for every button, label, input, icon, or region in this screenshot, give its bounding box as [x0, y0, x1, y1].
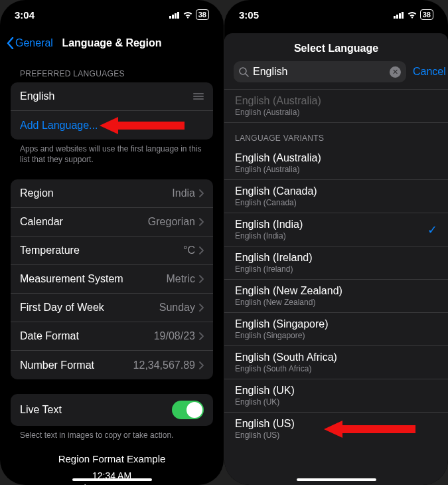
- chevron-right-icon: [199, 332, 204, 340]
- variant-title: English (India): [235, 219, 303, 231]
- chevron-right-icon: [199, 304, 204, 312]
- variant-title: English (Australia): [235, 152, 321, 164]
- chevron-right-icon: [199, 275, 204, 283]
- language-variant-row[interactable]: English (Ireland)English (Ireland): [224, 246, 448, 280]
- modal-title: Select Language: [224, 33, 448, 61]
- preferred-languages-header: PREFERRED LANGUAGES: [11, 57, 213, 82]
- add-language-label: Add Language...: [20, 120, 98, 132]
- preferred-languages-group: English Add Language...: [11, 82, 213, 140]
- checkmark-icon: ✓: [427, 223, 437, 237]
- back-label: General: [15, 37, 53, 49]
- preferred-languages-footnote: Apps and websites will use the first lan…: [11, 140, 213, 165]
- svg-rect-3: [177, 12, 179, 19]
- variant-title: English (US): [235, 418, 295, 430]
- search-icon: [239, 67, 249, 77]
- language-variant-row[interactable]: English (Canada)English (Canada): [224, 180, 448, 213]
- variant-subtitle: English (US): [235, 431, 295, 440]
- language-variant-row[interactable]: English (New Zealand)English (New Zealan…: [224, 280, 448, 313]
- variant-subtitle: English (Canada): [235, 198, 317, 207]
- variant-subtitle: English (Australia): [235, 165, 321, 174]
- variant-subtitle: English (UK): [235, 397, 295, 407]
- variant-subtitle: English (Singapore): [235, 331, 329, 340]
- wifi-icon: [183, 9, 193, 21]
- language-row-english[interactable]: English: [11, 82, 213, 111]
- settings-row-first-day-of-week[interactable]: First Day of WeekSunday: [11, 294, 213, 322]
- language-variant-row[interactable]: English (Australia)English (Australia): [224, 147, 448, 180]
- search-box[interactable]: ✕: [234, 61, 406, 82]
- settings-label: Region: [20, 187, 54, 199]
- live-text-row: Live Text: [11, 394, 213, 426]
- region-settings-group: RegionIndia CalendarGregorian Temperatur…: [11, 179, 213, 379]
- settings-row-measurement-system[interactable]: Measurement SystemMetric: [11, 265, 213, 294]
- cancel-button[interactable]: Cancel: [413, 66, 446, 78]
- variant-subtitle: English (Ireland): [235, 264, 313, 274]
- live-text-label: Live Text: [20, 404, 62, 416]
- select-language-modal: Select Language ✕ Cancel English (Austra…: [224, 33, 448, 485]
- phone-left-language-region: 3:04 38 General Language & Region PREFER…: [0, 0, 224, 485]
- language-variant-row[interactable]: English (South Africa)English (South Afr…: [224, 346, 448, 379]
- chevron-right-icon: [199, 361, 204, 369]
- variant-title: English (South Africa): [235, 351, 337, 363]
- nav-bar: General Language & Region: [0, 29, 224, 57]
- variant-title: English (New Zealand): [235, 285, 342, 297]
- variant-title: English (Singapore): [235, 318, 329, 330]
- settings-row-date-format[interactable]: Date Format19/08/23: [11, 322, 213, 351]
- settings-row-temperature[interactable]: Temperature°C: [11, 237, 213, 265]
- settings-label: First Day of Week: [20, 302, 104, 314]
- language-variant-row[interactable]: English (Australia) English (Australia): [224, 89, 448, 123]
- settings-row-calendar[interactable]: CalendarGregorian: [11, 208, 213, 237]
- live-text-group: Live Text: [11, 394, 213, 426]
- status-bar: 3:04 38: [0, 0, 224, 29]
- variant-subtitle: English (South Africa): [235, 364, 337, 373]
- language-variant-row[interactable]: English (US)English (US): [224, 413, 448, 445]
- chevron-right-icon: [199, 218, 204, 226]
- settings-value: India: [172, 187, 204, 199]
- svg-rect-2: [175, 13, 177, 19]
- home-indicator[interactable]: [72, 478, 152, 481]
- settings-value: Metric: [166, 273, 204, 285]
- live-text-toggle[interactable]: [172, 401, 204, 419]
- battery-icon: 38: [196, 9, 209, 20]
- svg-line-9: [246, 74, 248, 76]
- settings-value: Sunday: [159, 302, 204, 314]
- settings-row-number-format[interactable]: Number Format12,34,567.89: [11, 351, 213, 379]
- status-time: 3:05: [239, 9, 259, 21]
- settings-value: 19/08/23: [154, 330, 204, 342]
- search-row: ✕ Cancel: [224, 61, 448, 89]
- cellular-icon: [169, 9, 180, 21]
- svg-rect-1: [172, 15, 174, 19]
- home-indicator[interactable]: [297, 478, 376, 481]
- settings-label: Temperature: [20, 244, 80, 256]
- reorder-handle-icon[interactable]: [193, 93, 204, 100]
- svg-rect-0: [169, 16, 171, 19]
- battery-icon: 38: [420, 9, 433, 20]
- back-button[interactable]: General: [7, 37, 53, 49]
- variant-subtitle: English (Australia): [235, 108, 321, 117]
- live-text-footnote: Select text in images to copy or take ac…: [11, 426, 213, 440]
- svg-rect-7: [402, 12, 404, 19]
- settings-label: Calendar: [20, 216, 63, 228]
- clear-search-button[interactable]: ✕: [390, 66, 401, 78]
- settings-row-region[interactable]: RegionIndia: [11, 179, 213, 208]
- chevron-right-icon: [199, 246, 204, 254]
- variant-title: English (Canada): [235, 185, 317, 197]
- language-list[interactable]: English (Australia) English (Australia) …: [224, 89, 448, 445]
- variant-title: English (Ireland): [235, 252, 313, 264]
- settings-label: Number Format: [20, 359, 94, 371]
- settings-value: Gregorian: [148, 216, 204, 228]
- variant-subtitle: English (India): [235, 231, 303, 241]
- language-variant-row[interactable]: English (India)English (India)✓: [224, 213, 448, 246]
- chevron-right-icon: [199, 189, 204, 197]
- language-variants-header: LANGUAGE VARIANTS: [224, 123, 448, 147]
- settings-value: 12,34,567.89: [133, 359, 204, 371]
- example-title: Region Format Example: [11, 452, 213, 466]
- language-variant-row[interactable]: English (UK)English (UK): [224, 379, 448, 413]
- add-language-row[interactable]: Add Language...: [11, 111, 213, 140]
- svg-rect-4: [394, 16, 396, 19]
- settings-value: °C: [183, 244, 204, 256]
- status-bar: 3:05 38: [224, 0, 448, 29]
- search-input[interactable]: [253, 66, 386, 78]
- language-variant-row[interactable]: English (Singapore)English (Singapore): [224, 313, 448, 346]
- example-date: Saturday, 19 August 2023: [11, 482, 213, 485]
- settings-label: Date Format: [20, 330, 79, 342]
